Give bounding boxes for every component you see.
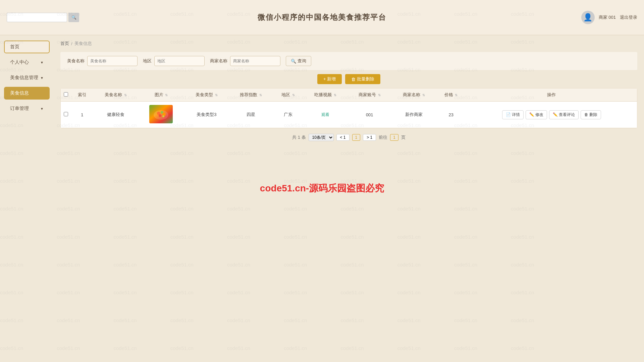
cell-merchant-account: 001: [347, 102, 392, 128]
reviews-icon: ✏️: [553, 112, 558, 117]
user-name-button[interactable]: 商家 001: [599, 14, 616, 20]
delete-icon: 🗑: [351, 77, 356, 82]
sidebar-item-profile[interactable]: 个人中心 ▼: [4, 56, 50, 69]
avatar: 👤: [581, 11, 595, 24]
food-name-input[interactable]: [87, 56, 138, 66]
row-checkbox-cell: [61, 102, 71, 128]
data-table-container: 索引 美食名称 ⇅ 图片 ⇅ 美食类型 ⇅: [60, 88, 637, 128]
table-row: 1 健康轻食: [61, 102, 637, 128]
header-region[interactable]: 地区 ⇅: [273, 88, 303, 102]
goto-label: 前往: [379, 134, 387, 140]
food-name-field: 美食名称: [67, 56, 138, 66]
chevron-down-icon: ▼: [40, 107, 44, 111]
top-search-area: 🔍: [7, 13, 79, 22]
detail-icon: 📄: [506, 112, 511, 117]
svg-point-5: [159, 114, 161, 117]
reviews-button[interactable]: ✏️ 查看评论: [549, 110, 579, 119]
top-search-input[interactable]: [7, 13, 67, 22]
sidebar-item-home[interactable]: 首页: [4, 41, 50, 53]
sidebar-order-mgmt-label: 订单管理: [10, 106, 29, 112]
sidebar-item-order-mgmt[interactable]: 订单管理 ▼: [4, 102, 50, 115]
detail-button[interactable]: 📄 详情: [502, 110, 524, 119]
sort-icon: ⇅: [422, 93, 425, 97]
sidebar-profile-label: 个人中心: [10, 59, 29, 65]
batch-delete-button[interactable]: 🗑 批量删除: [345, 74, 380, 84]
header-price[interactable]: 价格 ⇅: [436, 88, 466, 102]
top-search-button[interactable]: 🔍: [68, 13, 79, 22]
sort-icon: ⇅: [455, 93, 458, 97]
sort-icon: ⇅: [259, 93, 262, 97]
top-bar: 🔍 微信小程序的中国各地美食推荐平台 👤 商家 001 退出登录: [0, 0, 644, 35]
sort-icon: ⇅: [292, 93, 295, 97]
merchant-input[interactable]: [230, 56, 280, 66]
content-area: 首页 / 美食信息 美食名称 地区 商家名称 🔍 查询: [54, 35, 644, 362]
page-label: 页: [401, 134, 406, 140]
breadcrumb-separator: /: [71, 41, 72, 46]
header-live-video[interactable]: 吃播视频 ⇅: [303, 88, 347, 102]
site-title: 微信小程序的中国各地美食推荐平台: [258, 12, 386, 22]
search-bar: 美食名称 地区 商家名称 🔍 查询: [60, 52, 637, 70]
current-page: 1: [352, 134, 361, 141]
sort-icon: ⇅: [124, 93, 127, 97]
main-layout: 首页 个人中心 ▼ 美食信息管理 ▼ 美食信息 订单管理 ▼ 首页 / 美食信息…: [0, 35, 644, 362]
breadcrumb-home-link[interactable]: 首页: [60, 41, 69, 47]
delete-icon: 🗑: [584, 112, 588, 117]
svg-point-6: [162, 115, 164, 117]
table-header-row: 索引 美食名称 ⇅ 图片 ⇅ 美食类型 ⇅: [61, 88, 637, 102]
region-label: 地区: [143, 58, 152, 64]
header-food-name[interactable]: 美食名称 ⇅: [94, 88, 138, 102]
header-recommend-index[interactable]: 推荐指数 ⇅: [229, 88, 273, 102]
action-row: + 新增 🗑 批量删除: [60, 74, 637, 84]
header-index: 索引: [71, 88, 94, 102]
cell-image: [138, 102, 184, 128]
cell-index: 1: [71, 102, 94, 128]
cell-operations: 📄 详情 ✏️ 修改 ✏️ 查看评论: [466, 102, 637, 128]
sidebar-item-food-mgmt[interactable]: 美食信息管理 ▼: [4, 71, 50, 84]
cell-food-type: 美食类型3: [184, 102, 229, 128]
search-button[interactable]: 🔍 查询: [286, 56, 311, 66]
edit-icon: ✏️: [529, 112, 534, 117]
sort-icon: ⇅: [165, 93, 168, 97]
food-image-svg: [149, 105, 173, 123]
search-icon: 🔍: [291, 59, 296, 64]
per-page-select[interactable]: 10条/页: [309, 134, 334, 141]
chevron-down-icon: ▼: [40, 61, 44, 64]
next-button[interactable]: > 1: [363, 134, 376, 141]
header-merchant-account[interactable]: 商家账号 ⇅: [347, 88, 392, 102]
header-food-type[interactable]: 美食类型 ⇅: [184, 88, 229, 102]
sort-icon: ⇅: [378, 93, 381, 97]
sidebar-item-food-info[interactable]: 美食信息: [4, 87, 50, 100]
live-video-link[interactable]: 观看: [321, 112, 329, 117]
user-area: 👤 商家 001 退出登录: [581, 11, 637, 24]
select-all-checkbox[interactable]: [64, 92, 68, 97]
chevron-down-icon: ▼: [40, 76, 44, 80]
cell-region: 广东: [273, 102, 303, 128]
breadcrumb-current: 美食信息: [74, 41, 92, 47]
sort-icon: ⇅: [215, 93, 218, 97]
cell-recommend-index: 四星: [229, 102, 273, 128]
merchant-field: 商家名称: [210, 56, 280, 66]
breadcrumb: 首页 / 美食信息: [60, 41, 637, 47]
cell-merchant-name: 新作商家: [392, 102, 436, 128]
delete-button[interactable]: 🗑 删除: [581, 110, 601, 119]
header-merchant-name[interactable]: 商家名称 ⇅: [392, 88, 436, 102]
merchant-label: 商家名称: [210, 58, 227, 64]
add-button[interactable]: + 新增: [317, 74, 342, 84]
edit-button[interactable]: ✏️ 修改: [526, 110, 547, 119]
header-image[interactable]: 图片 ⇅: [138, 88, 184, 102]
food-image: [149, 105, 173, 123]
operation-buttons: 📄 详情 ✏️ 修改 ✏️ 查看评论: [469, 110, 634, 120]
sort-icon: ⇅: [334, 93, 336, 97]
sidebar: 首页 个人中心 ▼ 美食信息管理 ▼ 美食信息 订单管理 ▼: [0, 35, 54, 362]
pagination: 共 1 条 10条/页 < 1 1 > 1 前往 1 页: [60, 134, 637, 141]
prev-button[interactable]: < 1: [336, 134, 350, 141]
logout-button[interactable]: 退出登录: [620, 14, 637, 20]
sidebar-food-mgmt-label: 美食信息管理: [10, 75, 38, 81]
total-info: 共 1 条: [292, 134, 306, 140]
sidebar-food-info-label: 美食信息: [10, 90, 29, 96]
food-name-label: 美食名称: [67, 58, 85, 64]
region-input[interactable]: [154, 56, 205, 66]
region-field: 地区: [143, 56, 205, 66]
header-operation: 操作: [466, 88, 637, 102]
row-checkbox[interactable]: [64, 112, 68, 116]
